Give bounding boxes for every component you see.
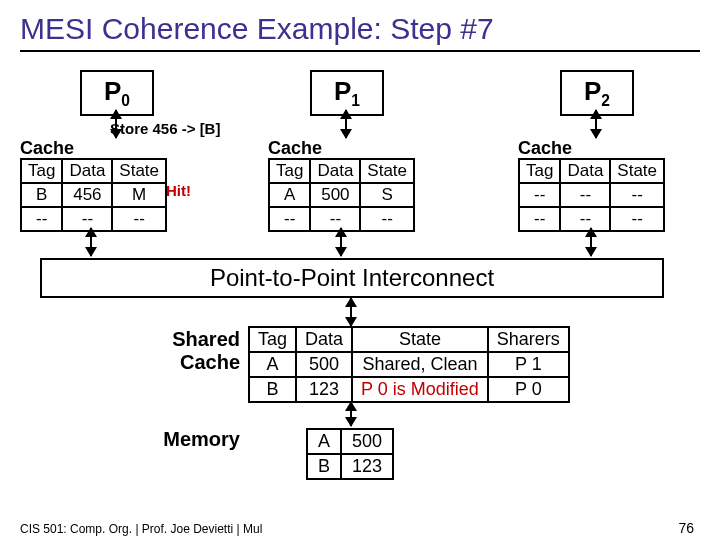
footer-text: CIS 501: Comp. Org. | Prof. Joe Devietti… [20, 522, 262, 536]
td-modified: P 0 is Modified [352, 377, 488, 402]
td: 123 [341, 454, 393, 479]
td: M [112, 183, 166, 207]
th-data: Data [560, 159, 610, 183]
td: A [307, 429, 341, 454]
td: B [21, 183, 62, 207]
td: -- [610, 207, 664, 231]
td: 456 [62, 183, 112, 207]
p2-label: P [584, 76, 601, 106]
td: Shared, Clean [352, 352, 488, 377]
p2-sub: 2 [601, 92, 610, 109]
td: -- [610, 183, 664, 207]
td: P 1 [488, 352, 569, 377]
td: -- [269, 207, 310, 231]
td: -- [112, 207, 166, 231]
th-tag: Tag [269, 159, 310, 183]
td: -- [360, 207, 414, 231]
cache-label-0: Cache [20, 138, 74, 159]
td: 123 [296, 377, 352, 402]
th-sharers: Sharers [488, 327, 569, 352]
td: B [307, 454, 341, 479]
th-data: Data [310, 159, 360, 183]
arrow-c1-interc [340, 228, 342, 256]
td: 500 [310, 183, 360, 207]
p1-sub: 1 [351, 92, 360, 109]
th-data: Data [296, 327, 352, 352]
th-tag: Tag [21, 159, 62, 183]
p0-sub: 0 [121, 92, 130, 109]
td: 500 [296, 352, 352, 377]
td: B [249, 377, 296, 402]
th-tag: Tag [519, 159, 560, 183]
td: A [249, 352, 296, 377]
store-annotation: Store 456 -> [B] [110, 120, 220, 137]
arrow-p1-cache [345, 110, 347, 138]
arrow-shared-mem [350, 402, 352, 426]
td: 500 [341, 429, 393, 454]
slide-title: MESI Coherence Example: Step #7 [20, 12, 700, 52]
interconnect-box: Point-to-Point Interconnect [40, 258, 664, 298]
shared-cache-label: Shared Cache [160, 328, 240, 374]
shared-cache-table: Tag Data State Sharers A 500 Shared, Cle… [248, 326, 570, 403]
arrow-p2-cache [595, 110, 597, 138]
arrow-c0-interc [90, 228, 92, 256]
page-number: 76 [678, 520, 694, 536]
memory-table: A500 B123 [306, 428, 394, 480]
p1-label: P [334, 76, 351, 106]
td: -- [519, 183, 560, 207]
arrow-c2-interc [590, 228, 592, 256]
cache-label-2: Cache [518, 138, 572, 159]
diagram-stage: P0 P1 P2 Store 456 -> [B] Cache Cache Ca… [20, 70, 700, 500]
cache-table-p1: TagDataState A500S ------ [268, 158, 415, 232]
td: A [269, 183, 310, 207]
cache-label-1: Cache [268, 138, 322, 159]
cache-table-p0: TagDataState B456M ------ [20, 158, 167, 232]
th-state: State [610, 159, 664, 183]
arrow-interc-shared [350, 298, 352, 326]
p0-label: P [104, 76, 121, 106]
td: P 0 [488, 377, 569, 402]
th-state: State [112, 159, 166, 183]
th-tag: Tag [249, 327, 296, 352]
th-state: State [352, 327, 488, 352]
cache-table-p2: TagDataState ------ ------ [518, 158, 665, 232]
td: -- [560, 183, 610, 207]
th-state: State [360, 159, 414, 183]
td: -- [519, 207, 560, 231]
td: -- [21, 207, 62, 231]
td: S [360, 183, 414, 207]
th-data: Data [62, 159, 112, 183]
memory-label: Memory [150, 428, 240, 451]
hit-annotation: Hit! [166, 182, 191, 199]
